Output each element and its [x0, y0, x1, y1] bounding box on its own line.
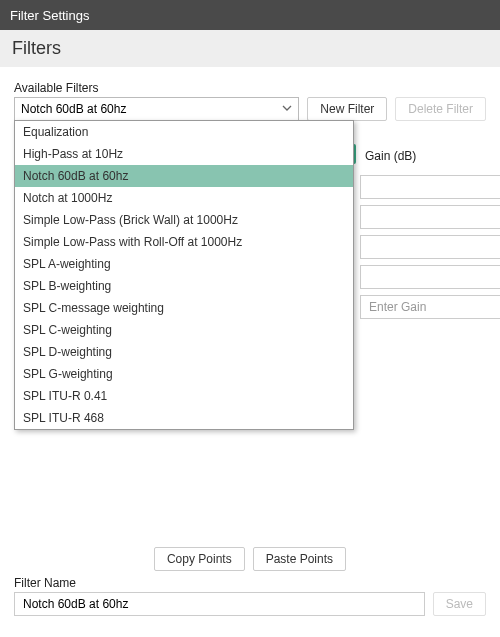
chevron-down-icon	[282, 102, 292, 116]
dropdown-option[interactable]: Equalization	[15, 121, 353, 143]
filter-name-input[interactable]	[14, 592, 425, 616]
paste-points-button[interactable]: Paste Points	[253, 547, 346, 571]
dropdown-option[interactable]: SPL B-weighting	[15, 275, 353, 297]
gain-input[interactable]	[360, 175, 500, 199]
dropdown-option[interactable]: Simple Low-Pass (Brick Wall) at 1000Hz	[15, 209, 353, 231]
available-filters-dropdown[interactable]: EqualizationHigh-Pass at 10HzNotch 60dB …	[14, 120, 354, 430]
combo-selected-text: Notch 60dB at 60hz	[21, 102, 126, 116]
delete-filter-button: Delete Filter	[395, 97, 486, 121]
dropdown-option[interactable]: SPL G-weighting	[15, 363, 353, 385]
gain-column-header: Gain (dB)	[365, 149, 416, 163]
dropdown-option[interactable]: SPL ITU-R 468	[15, 407, 353, 429]
gain-input[interactable]	[360, 235, 500, 259]
page-header: Filters	[0, 30, 500, 67]
window-title: Filter Settings	[10, 8, 89, 23]
dropdown-option[interactable]: SPL C-message weighting	[15, 297, 353, 319]
gain-row	[360, 295, 486, 319]
dropdown-option[interactable]: Notch 60dB at 60hz	[15, 165, 353, 187]
available-filters-combo[interactable]: Notch 60dB at 60hz	[14, 97, 299, 121]
gain-row	[360, 175, 486, 199]
dropdown-option[interactable]: SPL C-weighting	[15, 319, 353, 341]
gain-input[interactable]	[360, 265, 500, 289]
gain-row	[360, 265, 486, 289]
new-filter-button[interactable]: New Filter	[307, 97, 387, 121]
dropdown-option[interactable]: SPL A-weighting	[15, 253, 353, 275]
gain-input[interactable]	[360, 295, 500, 319]
page-title: Filters	[12, 38, 61, 58]
dropdown-option[interactable]: Simple Low-Pass with Roll-Off at 1000Hz	[15, 231, 353, 253]
gain-input[interactable]	[360, 205, 500, 229]
filter-name-label: Filter Name	[14, 576, 486, 590]
gain-rows	[360, 175, 486, 325]
dropdown-option[interactable]: SPL D-weighting	[15, 341, 353, 363]
gain-row	[360, 235, 486, 259]
dropdown-option[interactable]: SPL ITU-R 0.41	[15, 385, 353, 407]
available-filters-label: Available Filters	[14, 81, 299, 95]
gain-row	[360, 205, 486, 229]
save-button: Save	[433, 592, 486, 616]
copy-points-button[interactable]: Copy Points	[154, 547, 245, 571]
window-titlebar: Filter Settings	[0, 0, 500, 30]
dropdown-option[interactable]: Notch at 1000Hz	[15, 187, 353, 209]
dropdown-option[interactable]: High-Pass at 10Hz	[15, 143, 353, 165]
